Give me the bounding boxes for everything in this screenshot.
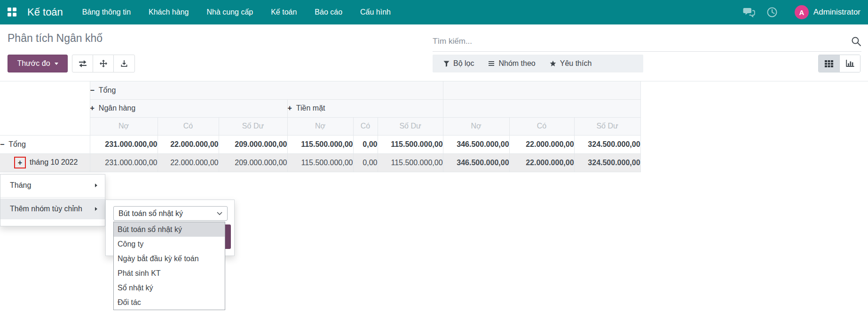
pivot-cell: 22.000.000,00: [158, 153, 219, 172]
pivot-measure-header[interactable]: Nợ: [287, 117, 353, 135]
bars-icon: [488, 61, 495, 66]
expand-all-button[interactable]: [93, 55, 114, 72]
pivot-header-empty: [443, 99, 640, 117]
menu-divider: [0, 197, 105, 198]
pivot-cell: 22.000.000,00: [158, 135, 219, 153]
select-option[interactable]: Công ty: [114, 237, 225, 251]
funnel-icon: [443, 61, 450, 67]
top-navbar: Kế toán Bảng thông tin Khách hàng Nhà cu…: [0, 0, 868, 24]
main-menu: Bảng thông tin Khách hàng Nhà cung cấp K…: [73, 0, 400, 24]
view-switcher: [818, 55, 860, 72]
measures-button-label: Thước đo: [17, 59, 50, 68]
pivot-cell: 209.000.000,00: [219, 153, 287, 172]
pivot-measure-header[interactable]: Nợ: [443, 117, 509, 135]
pivot-cell: 209.000.000,00: [219, 135, 287, 153]
pivot-row-total-label[interactable]: −Tổng: [0, 135, 90, 153]
pivot-measure-header[interactable]: Có: [158, 117, 219, 135]
control-panel: Phân tích Ngân khố Thước đo: [0, 24, 868, 81]
pivot-measure-header[interactable]: Có: [353, 117, 378, 135]
search-icon[interactable]: [851, 36, 861, 47]
select-option[interactable]: Phát sinh KT: [114, 266, 225, 280]
search-filters-bar: Bộ lọc Nhóm theo Yêu thích: [433, 55, 643, 72]
pivot-measure-header[interactable]: Có: [509, 117, 574, 135]
bar-chart-icon: [846, 60, 854, 67]
nav-item-customers[interactable]: Khách hàng: [140, 0, 197, 24]
select-option[interactable]: Đối tác: [114, 295, 225, 310]
pivot-measure-header[interactable]: Số Dư: [378, 117, 443, 135]
filters-menu-label: Bộ lọc: [453, 59, 474, 68]
pivot-row-month-label[interactable]: +tháng 10 2022: [0, 153, 90, 172]
user-avatar[interactable]: A: [795, 5, 809, 19]
favorites-menu-label: Yêu thích: [560, 59, 592, 68]
pivot-cell: 0,00: [353, 135, 378, 153]
pivot-col-total-label: Tổng: [99, 86, 116, 94]
highlighted-expand-button[interactable]: +: [14, 157, 26, 168]
download-xlsx-button[interactable]: [114, 55, 134, 72]
pivot-cell: 324.500.000,00: [574, 153, 640, 172]
page-title: Phân tích Ngân khố: [8, 32, 103, 45]
pivot-cell: 22.000.000,00: [509, 153, 574, 172]
caret-down-icon: [55, 63, 58, 65]
pivot-view-button[interactable]: [819, 55, 839, 72]
pivot-cell: 115.500.000,00: [287, 135, 353, 153]
custom-group-select[interactable]: Bút toán sổ nhật ký: [113, 206, 228, 221]
expand-icon[interactable]: +: [90, 104, 95, 112]
menu-item-month[interactable]: Tháng: [0, 175, 105, 196]
menu-item-add-custom-group-label: Thêm nhóm tùy chỉnh: [10, 205, 82, 213]
nav-item-configuration[interactable]: Cấu hình: [351, 0, 400, 24]
pivot-row-total: −Tổng 231.000.000,00 22.000.000,00 209.0…: [0, 135, 640, 153]
expand-icon[interactable]: +: [288, 104, 292, 112]
group-by-menu[interactable]: Nhóm theo: [481, 59, 542, 68]
filters-menu[interactable]: Bộ lọc: [436, 59, 481, 68]
pivot-measure-header[interactable]: Nợ: [90, 117, 158, 135]
pivot-cell: 231.000.000,00: [90, 135, 158, 153]
pivot-measure-header[interactable]: Số Dư: [574, 117, 640, 135]
select-option[interactable]: Ngày bắt đầu kỳ kế toán: [114, 251, 225, 266]
pivot-cell: 324.500.000,00: [574, 135, 640, 153]
row-label-text: tháng 10 2022: [30, 158, 78, 166]
navbar-right: A Administrator: [737, 5, 860, 19]
nav-item-vendors[interactable]: Nhà cung cấp: [197, 0, 262, 24]
pivot-measure-header[interactable]: Số Dư: [219, 117, 287, 135]
collapse-icon[interactable]: −: [90, 86, 95, 94]
pivot-cell: 22.000.000,00: [509, 135, 574, 153]
nav-item-accounting[interactable]: Kế toán: [262, 0, 306, 24]
pivot-col-group-bank[interactable]: +Ngân hàng: [90, 99, 287, 117]
grid-icon: [825, 60, 833, 67]
apps-menu-icon[interactable]: [8, 8, 17, 17]
nav-item-reporting[interactable]: Báo cáo: [306, 0, 351, 24]
nav-item-dashboard[interactable]: Bảng thông tin: [73, 0, 140, 24]
messages-icon[interactable]: [737, 7, 761, 17]
pivot-row-month: +tháng 10 2022 231.000.000,00 22.000.000…: [0, 153, 640, 172]
favorites-menu[interactable]: Yêu thích: [543, 59, 599, 68]
row-label-text: Tổng: [8, 140, 25, 148]
star-icon: [550, 60, 556, 67]
flip-axis-button[interactable]: [72, 55, 93, 72]
search-bar: [433, 31, 861, 52]
pivot-cell: 231.000.000,00: [90, 153, 158, 172]
app-brand[interactable]: Kế toán: [27, 6, 63, 18]
select-option[interactable]: Sổ nhật ký: [114, 280, 225, 295]
graph-view-button[interactable]: [839, 55, 860, 72]
chevron-down-icon: [217, 212, 222, 215]
expand-icon: +: [18, 159, 22, 167]
pivot-corner-cell: [0, 81, 90, 135]
pivot-col-group-cash[interactable]: +Tiền mặt: [287, 99, 443, 117]
pivot-header-row-groups: +Ngân hàng +Tiền mặt: [0, 99, 640, 117]
pivot-toolbar: [72, 55, 135, 72]
search-input[interactable]: [433, 37, 845, 46]
pivot-col-total-header[interactable]: −Tổng: [90, 81, 443, 99]
select-options-popup: Bút toán sổ nhật ký Công ty Ngày bắt đầu…: [113, 222, 225, 310]
activities-clock-icon[interactable]: [761, 7, 783, 18]
menu-item-add-custom-group[interactable]: Thêm nhóm tùy chỉnh: [0, 199, 105, 219]
measures-button[interactable]: Thước đo: [8, 55, 68, 72]
custom-group-select-value: Bút toán sổ nhật ký: [118, 209, 183, 218]
chevron-right-icon: [95, 184, 97, 187]
collapse-icon[interactable]: −: [0, 140, 4, 148]
pivot-cell: 115.500.000,00: [378, 135, 443, 153]
select-option[interactable]: Bút toán sổ nhật ký: [114, 222, 225, 237]
user-name[interactable]: Administrator: [813, 8, 860, 17]
pivot-header-row-total: −Tổng: [0, 81, 640, 99]
pivot-header-row-measures: Nợ Có Số Dư Nợ Có Số Dư Nợ Có Số Dư: [0, 117, 640, 135]
chevron-right-icon: [95, 207, 97, 211]
